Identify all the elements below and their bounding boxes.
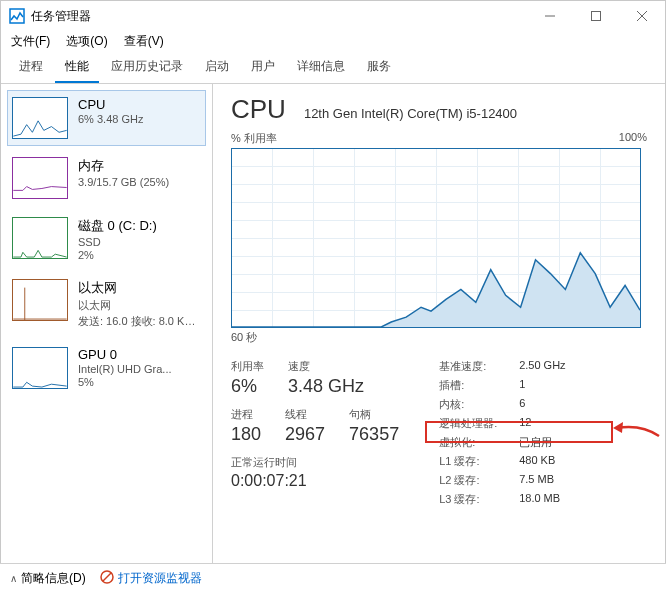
chart-max: 100%	[619, 131, 647, 146]
sockets-value: 1	[519, 378, 525, 393]
threads-value: 2967	[285, 424, 325, 445]
speed-label: 速度	[288, 359, 364, 374]
sidebar-gpu-sub2: 5%	[78, 376, 172, 388]
virt-label: 虚拟化:	[439, 435, 511, 450]
fewer-details-label: 简略信息(D)	[21, 571, 86, 585]
close-button[interactable]	[619, 1, 665, 31]
tab-details[interactable]: 详细信息	[287, 54, 355, 83]
sidebar-cpu-sub: 6% 3.48 GHz	[78, 113, 143, 125]
l2-value: 7.5 MB	[519, 473, 554, 488]
svg-rect-2	[592, 12, 601, 21]
handles-value: 76357	[349, 424, 399, 445]
base-label: 基准速度:	[439, 359, 511, 374]
titlebar: 任务管理器	[1, 1, 665, 31]
window-title: 任务管理器	[31, 8, 527, 25]
uptime-label: 正常运行时间	[231, 455, 399, 470]
menu-view[interactable]: 查看(V)	[124, 33, 164, 50]
handles-label: 句柄	[349, 407, 399, 422]
menu-options[interactable]: 选项(O)	[66, 33, 107, 50]
cpu-model: 12th Gen Intel(R) Core(TM) i5-12400	[304, 106, 517, 121]
speed-value: 3.48 GHz	[288, 376, 364, 397]
tab-app-history[interactable]: 应用历史记录	[101, 54, 193, 83]
tab-processes[interactable]: 进程	[9, 54, 53, 83]
proc-value: 180	[231, 424, 261, 445]
sidebar-item-ethernet[interactable]: 以太网 以太网 发送: 16.0 接收: 8.0 Kbps	[7, 272, 206, 336]
lp-value: 12	[519, 416, 531, 431]
disk-thumb	[12, 217, 68, 259]
sidebar-disk-sub1: SSD	[78, 236, 157, 248]
menu-file[interactable]: 文件(F)	[11, 33, 50, 50]
minimize-button[interactable]	[527, 1, 573, 31]
sidebar: CPU 6% 3.48 GHz 内存 3.9/15.7 GB (25%) 磁盘 …	[1, 84, 213, 565]
tab-users[interactable]: 用户	[241, 54, 285, 83]
l3-value: 18.0 MB	[519, 492, 560, 507]
tab-services[interactable]: 服务	[357, 54, 401, 83]
proc-label: 进程	[231, 407, 261, 422]
open-resmon-link[interactable]: 打开资源监视器	[100, 570, 202, 587]
l2-label: L2 缓存:	[439, 473, 511, 488]
footer: ∧简略信息(D) 打开资源监视器	[0, 563, 666, 593]
sidebar-gpu-title: GPU 0	[78, 347, 172, 362]
uptime-value: 0:00:07:21	[231, 472, 399, 490]
threads-label: 线程	[285, 407, 325, 422]
menubar: 文件(F) 选项(O) 查看(V)	[1, 31, 665, 54]
content: CPU 6% 3.48 GHz 内存 3.9/15.7 GB (25%) 磁盘 …	[1, 84, 665, 565]
tab-strip: 进程 性能 应用历史记录 启动 用户 详细信息 服务	[1, 54, 665, 84]
cores-value: 6	[519, 397, 525, 412]
base-value: 2.50 GHz	[519, 359, 565, 374]
l1-value: 480 KB	[519, 454, 555, 469]
chart-time-axis: 60 秒	[231, 330, 647, 345]
chevron-up-icon: ∧	[10, 573, 17, 584]
chart-label: % 利用率	[231, 131, 277, 146]
svg-marker-6	[232, 253, 640, 327]
sockets-label: 插槽:	[439, 378, 511, 393]
fewer-details-button[interactable]: ∧简略信息(D)	[10, 570, 86, 587]
util-label: 利用率	[231, 359, 264, 374]
svg-line-9	[103, 573, 111, 581]
main-panel: CPU 12th Gen Intel(R) Core(TM) i5-12400 …	[213, 84, 665, 565]
sidebar-disk-sub2: 2%	[78, 249, 157, 261]
mem-thumb	[12, 157, 68, 199]
sidebar-item-memory[interactable]: 内存 3.9/15.7 GB (25%)	[7, 150, 206, 206]
taskmgr-icon	[9, 8, 25, 24]
sidebar-item-disk0[interactable]: 磁盘 0 (C: D:) SSD 2%	[7, 210, 206, 268]
l3-label: L3 缓存:	[439, 492, 511, 507]
tab-performance[interactable]: 性能	[55, 54, 99, 83]
gpu-thumb	[12, 347, 68, 389]
tab-startup[interactable]: 启动	[195, 54, 239, 83]
l1-label: L1 缓存:	[439, 454, 511, 469]
main-title: CPU	[231, 94, 286, 125]
virt-value: 已启用	[519, 435, 552, 450]
maximize-button[interactable]	[573, 1, 619, 31]
eth-thumb	[12, 279, 68, 321]
sidebar-disk-title: 磁盘 0 (C: D:)	[78, 217, 157, 235]
sidebar-item-cpu[interactable]: CPU 6% 3.48 GHz	[7, 90, 206, 146]
sidebar-eth-title: 以太网	[78, 279, 201, 297]
cores-label: 内核:	[439, 397, 511, 412]
util-value: 6%	[231, 376, 264, 397]
lp-label: 逻辑处理器:	[439, 416, 511, 431]
sidebar-eth-sub1: 以太网	[78, 298, 201, 313]
resmon-label: 打开资源监视器	[118, 570, 202, 587]
sidebar-gpu-sub1: Intel(R) UHD Gra...	[78, 363, 172, 375]
sidebar-eth-sub2: 发送: 16.0 接收: 8.0 Kbps	[78, 314, 201, 329]
resmon-icon	[100, 570, 114, 587]
sidebar-mem-sub: 3.9/15.7 GB (25%)	[78, 176, 169, 188]
sidebar-cpu-title: CPU	[78, 97, 143, 112]
cpu-thumb	[12, 97, 68, 139]
cpu-chart[interactable]	[231, 148, 641, 328]
specs-list: 基准速度:2.50 GHz 插槽:1 内核:6 逻辑处理器:12 虚拟化:已启用…	[439, 359, 565, 507]
sidebar-mem-title: 内存	[78, 157, 169, 175]
window-controls	[527, 1, 665, 31]
sidebar-item-gpu0[interactable]: GPU 0 Intel(R) UHD Gra... 5%	[7, 340, 206, 396]
